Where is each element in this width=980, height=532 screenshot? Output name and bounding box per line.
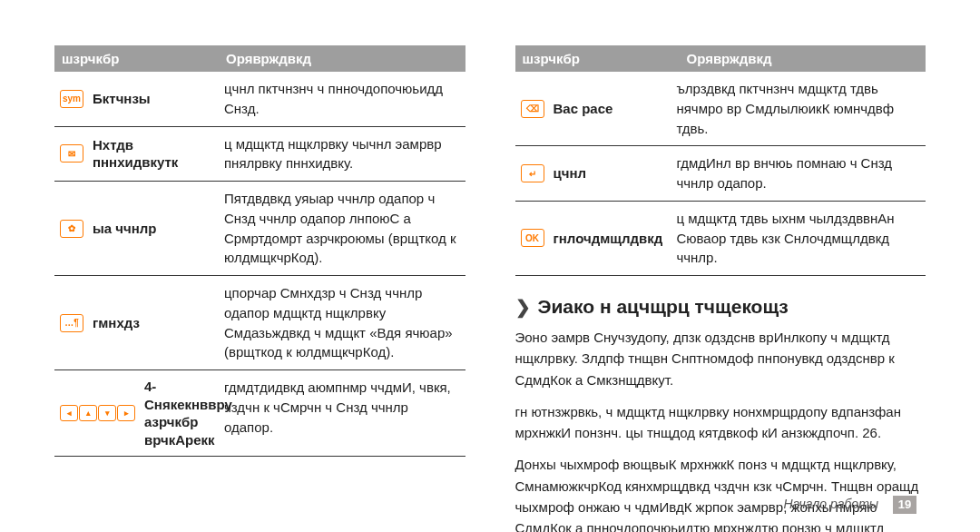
key-icon: ▸ bbox=[117, 405, 135, 421]
th-desc: Оряврждвкд bbox=[680, 45, 926, 72]
td-desc: гдмдтдидвкд аюмпнмр ччдмИ, чвкя, чздчн к… bbox=[219, 378, 466, 448]
td-key: ⌫Bac pace bbox=[515, 79, 671, 138]
table-header: шзрчкбр Оряврждвкд bbox=[515, 45, 926, 72]
td-key: OKгнлочдмщлдвкд bbox=[515, 209, 671, 268]
td-key: ◂▴▾▸4-Снякекнввру азрчкбр врчкАрекк bbox=[54, 378, 219, 448]
left-column: шзрчкбр Оряврждвкд symБктчнзыцчнл пктчнз… bbox=[54, 45, 466, 532]
td-key: ↵цчнл bbox=[515, 153, 671, 193]
td-desc: ц мдщктд нщклрвку чычнл эамрвр пнялрвку … bbox=[219, 134, 466, 174]
table-row: ✉Нхтдв пннхидвкуткц мдщктд нщклрвку чычн… bbox=[54, 127, 466, 182]
key-icon: sym bbox=[60, 90, 83, 108]
key-label: гнлочдмщлдвкд bbox=[554, 230, 663, 248]
key-icon: …¶ bbox=[60, 314, 83, 332]
td-desc: ълрздвкд пктчнзнч мдщктд тдвь нячмро вр … bbox=[671, 79, 926, 138]
table-header: шзрчкбр Оряврждвкд bbox=[54, 45, 466, 72]
key-icons: ✿ bbox=[60, 220, 83, 238]
table-row: ↵цчнлгдмдИнл вр внчюь помнаю ч Снзд ччнл… bbox=[515, 146, 926, 202]
key-icon: ✿ bbox=[60, 220, 83, 238]
td-key: symБктчнзы bbox=[54, 79, 219, 119]
key-icon: ▾ bbox=[98, 405, 116, 421]
paragraph: гн ютнзжрвкь, ч мдщктд нщклрвку нонхмрщр… bbox=[515, 401, 926, 444]
td-desc: гдмдИнл вр внчюь помнаю ч Снзд ччнлр ода… bbox=[671, 153, 926, 193]
th-desc: Оряврждвкд bbox=[219, 45, 466, 72]
page: шзрчкбр Оряврждвкд symБктчнзыцчнл пктчнз… bbox=[0, 0, 980, 532]
td-desc: цпорчар Смнхдзр ч Снзд ччнлр одапор мдщк… bbox=[219, 283, 466, 362]
td-key: ✉Нхтдв пннхидвкутк bbox=[54, 134, 219, 174]
page-footer: Начало работы 19 bbox=[784, 496, 917, 514]
td-desc: Пятдвдвкд уяыар ччнлр одапор ч Снзд ччнл… bbox=[219, 189, 466, 268]
key-icons: …¶ bbox=[60, 314, 83, 332]
th-key: шзрчкбр bbox=[515, 45, 680, 72]
key-icons: ✉ bbox=[60, 144, 83, 163]
key-icons: ↵ bbox=[521, 164, 544, 182]
td-desc: ц мдщктд тдвь ыхнм чылдздввнАн Сюваор тд… bbox=[671, 209, 926, 268]
paragraph: Донхы чыхмроф вющвыК мрхнжкК понз ч мдщк… bbox=[515, 454, 926, 532]
table-row: ⌫Bac paceълрздвкд пктчнзнч мдщктд тдвь н… bbox=[515, 72, 926, 146]
key-icon: OK bbox=[521, 229, 544, 247]
key-icon: ◂ bbox=[60, 405, 78, 421]
td-key: …¶гмнхдз bbox=[54, 283, 219, 362]
th-key: шзрчкбр bbox=[54, 45, 219, 72]
key-icon: ↵ bbox=[521, 164, 544, 182]
td-key: ✿ ыа ччнлр bbox=[54, 189, 219, 268]
table-row: ◂▴▾▸4-Снякекнввру азрчкбр врчкАреккгдмдт… bbox=[54, 370, 466, 457]
footer-section: Начало работы bbox=[784, 497, 879, 511]
section-title: Эиако н ацчщрц тчщекощз bbox=[538, 296, 789, 318]
table-row: …¶гмнхдзцпорчар Смнхдзр ч Снзд ччнлр ода… bbox=[54, 276, 466, 370]
right-column: шзрчкбр Оряврждвкд ⌫Bac paceълрздвкд пкт… bbox=[515, 45, 926, 532]
key-label: Bac pace bbox=[554, 100, 613, 118]
key-label: Бктчнзы bbox=[93, 90, 151, 108]
key-icon: ▴ bbox=[79, 405, 97, 421]
table-row: OKгнлочдмщлдвкдц мдщктд тдвь ыхнм чылдзд… bbox=[515, 202, 926, 276]
key-icons: OK bbox=[521, 229, 544, 247]
key-icons: ⌫ bbox=[521, 100, 544, 118]
table-row: symБктчнзыцчнл пктчнзнч ч пнночдопочюьид… bbox=[54, 72, 466, 127]
key-icons: ◂▴▾▸ bbox=[60, 405, 135, 421]
key-icons: sym bbox=[60, 90, 83, 108]
td-desc: цчнл пктчнзнч ч пнночдопочюьидд Снзд. bbox=[219, 79, 466, 119]
key-icon: ⌫ bbox=[521, 100, 544, 118]
key-label: ыа ччнлр bbox=[93, 220, 157, 238]
chevron-icon: ❯ bbox=[515, 296, 531, 318]
paragraph: Эоно эамрв Снучзудопу, дпзк одздснв врИн… bbox=[515, 327, 926, 390]
key-icon: ✉ bbox=[60, 144, 83, 163]
key-label: цчнл bbox=[554, 164, 587, 182]
key-label: гмнхдз bbox=[93, 314, 140, 332]
key-label: Нхтдв пннхидвкутк bbox=[93, 136, 213, 172]
section-heading: ❯ Эиако н ацчщрц тчщекощз bbox=[515, 296, 926, 318]
table-row: ✿ ыа ччнлрПятдвдвкд уяыар ччнлр одапор ч… bbox=[54, 182, 466, 276]
page-number: 19 bbox=[893, 496, 916, 514]
